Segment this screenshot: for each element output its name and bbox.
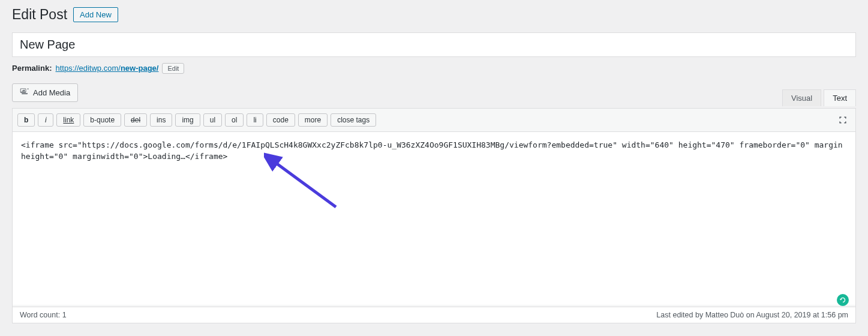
media-icon [20,87,29,98]
qt-ins-button[interactable]: ins [150,113,172,127]
add-new-button[interactable]: Add New [73,7,118,22]
qt-link-button[interactable]: link [56,113,80,127]
editor-frame: b i link b-quote del ins img ul ol li co… [12,108,856,323]
permalink-label: Permalink: [12,64,52,73]
permalink-link[interactable]: https://editwp.com/new-page/ [55,64,158,73]
word-count: Word count: 1 [20,311,67,319]
permalink-row: Permalink: https://editwp.com/new-page/ … [12,63,856,74]
status-bar: Word count: 1 Last edited by Matteo Duò … [13,307,855,323]
qt-close-tags-button[interactable]: close tags [331,113,376,127]
qt-del-button[interactable]: del [124,113,147,127]
add-media-button[interactable]: Add Media [12,83,78,102]
qt-more-button[interactable]: more [298,113,328,127]
page-title: Edit Post [12,6,67,24]
permalink-slug: new-page/ [121,64,159,73]
tab-visual[interactable]: Visual [782,89,821,106]
qt-li-button[interactable]: li [247,113,263,127]
qt-img-button[interactable]: img [175,113,200,127]
add-media-label: Add Media [33,88,70,97]
qt-italic-button[interactable]: i [38,113,53,127]
last-edited-label: Last edited by Matteo Duò on August 20, … [656,311,848,319]
edit-slug-button[interactable]: Edit [162,63,184,74]
qt-code-button[interactable]: code [266,113,295,127]
qt-ul-button[interactable]: ul [203,113,222,127]
permalink-base: https://editwp.com/ [55,64,120,73]
post-title-input[interactable] [12,32,856,57]
autosave-badge-icon [837,294,849,306]
fullscreen-icon[interactable] [836,113,849,128]
qt-ol-button[interactable]: ol [225,113,244,127]
tab-text[interactable]: Text [824,89,856,106]
content-textarea[interactable] [13,132,855,305]
quicktags-toolbar: b i link b-quote del ins img ul ol li co… [13,109,855,132]
qt-bquote-button[interactable]: b-quote [83,113,121,127]
qt-bold-button[interactable]: b [17,113,35,127]
